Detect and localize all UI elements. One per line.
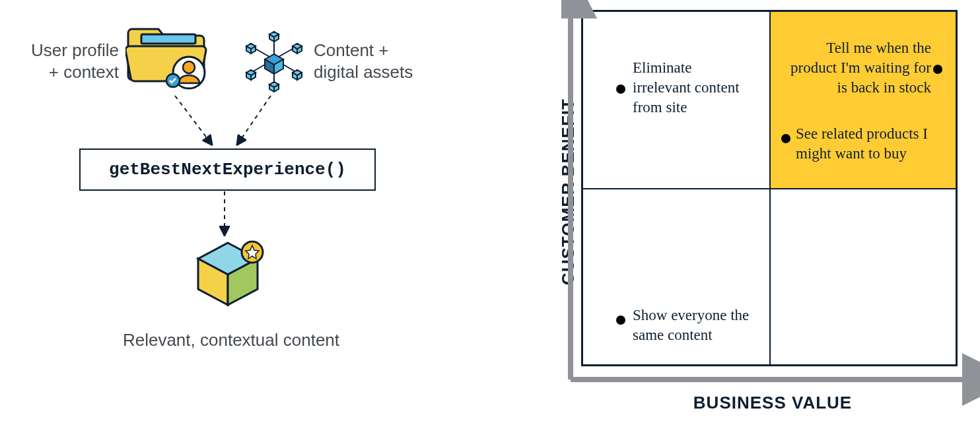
value-benefit-matrix: CUSTOMER BENEFIT BUSINESS VALUE Eliminat… xyxy=(542,10,971,419)
function-name: getBestNextExperience() xyxy=(109,160,346,180)
y-axis-label: CUSTOMER BENEFIT xyxy=(558,60,578,324)
matrix-dot xyxy=(616,84,625,94)
matrix-item-top-right-2: See related products I might want to buy xyxy=(796,124,948,164)
function-box: getBestNextExperience() xyxy=(79,148,376,191)
output-label: Relevant, contextual content xyxy=(99,330,363,350)
output-cube-icon xyxy=(192,238,264,310)
x-axis-label: BUSINESS VALUE xyxy=(588,393,958,413)
matrix-dot xyxy=(933,65,942,74)
matrix-item-top-left: Eliminate irrelevant content from site xyxy=(633,58,752,117)
matrix-item-bottom-left: Show everyone the same content xyxy=(633,306,765,345)
flow-diagram: User profile+ context xyxy=(0,0,462,429)
matrix-dot xyxy=(616,315,625,325)
quadrant-box: Eliminate irrelevant content from site T… xyxy=(581,10,958,366)
horizontal-divider xyxy=(583,188,956,189)
matrix-item-top-right-1: Tell me when the product I'm waiting for… xyxy=(783,38,931,98)
matrix-dot xyxy=(781,134,790,143)
